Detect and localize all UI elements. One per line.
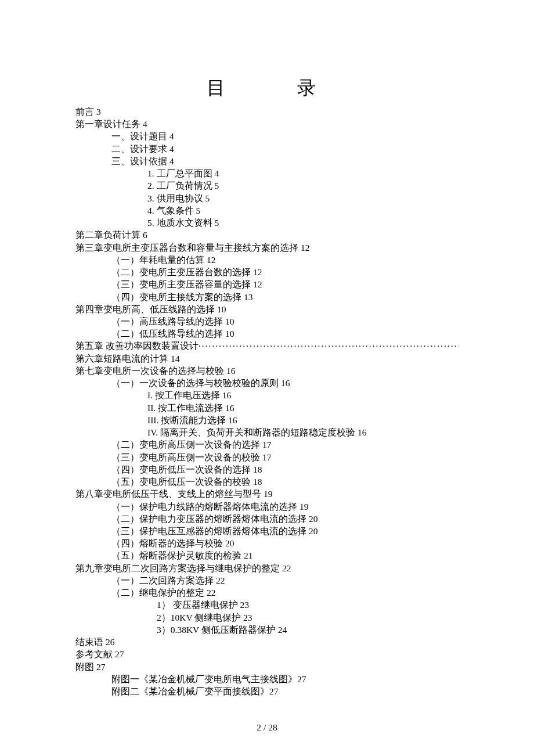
toc-entry: I. 按工作电压选择 16 bbox=[75, 389, 459, 401]
toc-entry: （一）高压线路导线的选择 10 bbox=[75, 315, 459, 327]
toc-entry: 第二章负荷计算 6 bbox=[75, 229, 459, 241]
toc-entry: （四）变电所主接线方案的选择 13 bbox=[75, 291, 459, 303]
toc-entry: III. 按断流能力选择 16 bbox=[75, 414, 459, 426]
toc-entry: 1. 工厂总平面图 4 bbox=[75, 167, 459, 179]
toc-entry: （三）变电所高压侧一次设备的校验 17 bbox=[75, 451, 459, 463]
toc-entry: （五）熔断器保护灵敏度的检验 21 bbox=[75, 549, 459, 561]
toc-entry: IV. 隔离开关、负荷开关和断路器的短路稳定度校验 16 bbox=[75, 426, 459, 438]
toc-entry: 第六章短路电流的计算 14 bbox=[75, 352, 459, 365]
toc-entry: 第七章变电所一次设备的选择与校验 16 bbox=[75, 365, 459, 377]
toc-entry: 附图二《某冶金机械厂变平面接线图》27 bbox=[75, 685, 459, 697]
toc-entry: （三）变电所主变压器容量的选择 12 bbox=[75, 278, 459, 290]
toc-entry: 附图 27 bbox=[75, 661, 459, 673]
toc-entry: 2）10KV 侧继电保护 23 bbox=[75, 611, 459, 624]
toc-entry: （一）保护电力线路的熔断器熔体电流的选择 19 bbox=[75, 501, 459, 513]
toc-entry: （一）年耗电量的估算 12 bbox=[75, 254, 459, 266]
toc-entry: （二）继电保护的整定 22 bbox=[75, 586, 459, 599]
toc-title: 目 录 bbox=[75, 75, 459, 101]
toc-entry: 第三章变电所主变压器台数和容量与主接线方案的选择 12 bbox=[75, 242, 459, 254]
document-page: 目 录 前言 3第一章设计任务 4一、设计题目 4二、设计要求 4三、设计依据 … bbox=[0, 0, 534, 756]
toc-entry: 三、设计依据 4 bbox=[75, 155, 459, 167]
toc-entry: （一）二次回路方案选择 22 bbox=[75, 574, 459, 586]
toc-entry: 2. 工厂负荷情况 5 bbox=[75, 179, 459, 192]
toc-entry: 一、设计题目 4 bbox=[75, 130, 459, 142]
toc-entry: （二）变电所高压侧一次设备的选择 17 bbox=[75, 438, 459, 451]
toc-entry: 1） 变压器继电保护 23 bbox=[75, 599, 459, 611]
toc-entry: 5. 地质水文资料 5 bbox=[75, 217, 459, 229]
toc-entry: （五）变电所低压一次设备的校验 18 bbox=[75, 476, 459, 488]
toc-entry: 第八章变电所低压干线、支线上的熔丝与型号 19 bbox=[75, 488, 459, 500]
toc-entry: （三）保护电压互感器的熔断器熔体电流的选择 20 bbox=[75, 525, 459, 537]
toc-entry: 第五章 改善功率因数装置设计 bbox=[75, 340, 459, 352]
toc-entry: 第四章变电所高、低压线路的选择 10 bbox=[75, 303, 459, 315]
toc-entry: 前言 3 bbox=[75, 106, 459, 118]
toc-entry: 参考文献 27 bbox=[75, 648, 459, 660]
toc-entry: （一）一次设备的选择与校验校验的原则 16 bbox=[75, 377, 459, 389]
toc-entry: 二、设计要求 4 bbox=[75, 143, 459, 155]
toc-entry: 4. 气象条件 5 bbox=[75, 204, 459, 217]
toc-entry: （四）熔断器的选择与校验 20 bbox=[75, 537, 459, 549]
toc-entry: 附图一《某冶金机械厂变电所电气主接线图》27 bbox=[75, 673, 459, 685]
toc-entry: （二）低压线路导线的选择 10 bbox=[75, 327, 459, 340]
toc-entry: （四）变电所低压一次设备的选择 18 bbox=[75, 463, 459, 476]
toc-entry: （二）变电所主变压器台数的选择 12 bbox=[75, 266, 459, 278]
page-number: 2 / 28 bbox=[75, 722, 459, 733]
toc-container: 前言 3第一章设计任务 4一、设计题目 4二、设计要求 4三、设计依据 41. … bbox=[75, 106, 459, 697]
toc-entry: 3. 供用电协议 5 bbox=[75, 192, 459, 204]
toc-entry: 结束语 26 bbox=[75, 636, 459, 648]
toc-entry: 第九章变电所二次回路方案选择与继电保护的整定 22 bbox=[75, 562, 459, 574]
toc-entry: 第一章设计任务 4 bbox=[75, 118, 459, 130]
toc-entry: II. 按工作电流选择 16 bbox=[75, 402, 459, 414]
toc-entry: （二）保护电力变压器的熔断器熔体电流的选择 20 bbox=[75, 513, 459, 525]
toc-entry: 3）0.38KV 侧低压断路器保护 24 bbox=[75, 624, 459, 636]
